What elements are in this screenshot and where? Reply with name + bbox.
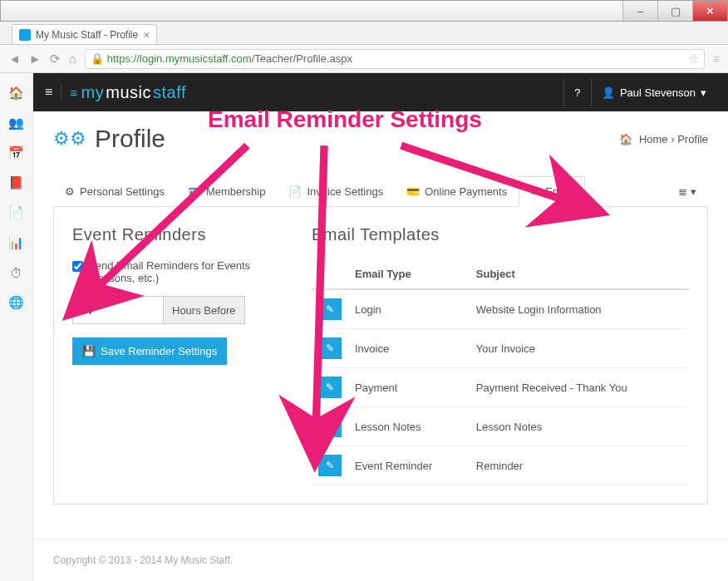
table-row: ✎ Login Website Login Information (312, 289, 689, 329)
footer-text: Copyright © 2013 - 2014 My Music Staff. (33, 539, 728, 581)
cell-subject: Website Login Information (470, 289, 689, 329)
tab-invoice-settings[interactable]: 📄 Invoice Settings (277, 177, 395, 206)
tab-email[interactable]: ✉ Email (519, 176, 585, 207)
pencil-icon: ✎ (326, 303, 334, 315)
brand-logo[interactable]: ≡ my music staff (70, 83, 186, 102)
favicon-icon (19, 29, 31, 41)
cell-subject: Reminder (470, 446, 689, 485)
sidebar: 🏠 👥 📅 📕 📄 📊 ⏱ 🌐 (0, 73, 33, 581)
save-icon: 💾 (82, 345, 96, 357)
cell-email-type: Payment (348, 368, 470, 407)
breadcrumb-current: Profile (677, 133, 708, 145)
breadcrumb: 🏠 Home › Profile (619, 133, 708, 145)
hours-before-addon: Hours Before (164, 296, 245, 324)
tab-personal-settings[interactable]: ⚙ Personal Settings (53, 177, 176, 206)
lock-icon: 🔒 (91, 52, 104, 65)
tab-membership[interactable]: 🪪 Membership (176, 177, 278, 206)
cell-email-type: Lesson Notes (348, 407, 470, 446)
chevron-down-icon: ▾ (701, 86, 706, 99)
nav-back-icon[interactable]: ◄ (8, 52, 21, 66)
tab-label: Membership (206, 185, 266, 198)
tab-label: Personal Settings (80, 185, 165, 198)
file-icon: 📄 (288, 185, 302, 198)
list-icon: ≣ (678, 185, 687, 198)
table-row: ✎ Invoice Your Invoice (312, 329, 689, 368)
pencil-icon: ✎ (326, 421, 334, 432)
help-icon: ? (574, 86, 580, 99)
chevron-down-icon: ▾ (691, 185, 696, 198)
browser-toolbar: ◄ ► ⟳ ⌂ 🔒 https://login.mymusicstaff.com… (0, 45, 728, 73)
cell-subject: Your Invoice (470, 329, 689, 368)
hours-before-input[interactable] (72, 296, 164, 324)
edit-template-button[interactable]: ✎ (318, 416, 342, 437)
sidebar-item-people[interactable]: 👥 (0, 108, 32, 138)
email-templates-table: Email Type Subject ✎ Login Website Login… (312, 259, 689, 485)
email-panel: Event Reminders Send Email Reminders for… (53, 207, 708, 505)
nav-forward-icon[interactable]: ► (29, 52, 42, 66)
edit-template-button[interactable]: ✎ (318, 337, 342, 359)
breadcrumb-home[interactable]: Home (639, 133, 668, 145)
save-button-label: Save Reminder Settings (101, 345, 217, 357)
send-reminders-row[interactable]: Send Email Reminders for Events (Lessons… (72, 259, 288, 284)
tab-close-icon[interactable]: × (143, 29, 150, 41)
brand-stripes-icon: ≡ (70, 86, 77, 100)
tab-online-payments[interactable]: 💳 Online Payments (395, 177, 519, 206)
user-name: Paul Stevenson (620, 86, 696, 99)
edit-template-button[interactable]: ✎ (318, 298, 342, 320)
save-reminder-settings-button[interactable]: 💾 Save Reminder Settings (72, 337, 227, 365)
sidebar-item-book[interactable]: 📕 (0, 168, 32, 198)
browser-tab-strip: My Music Staff - Profile × (0, 22, 728, 45)
view-options-button[interactable]: ≣ ▾ (667, 177, 708, 206)
tab-label: Email (545, 185, 573, 198)
user-icon: 👤 (602, 86, 615, 99)
window-maximize-button[interactable]: ▢ (657, 1, 692, 21)
sidebar-item-website[interactable]: 🌐 (0, 288, 32, 318)
col-email-type: Email Type (348, 259, 470, 289)
page-title-text: Profile (95, 125, 165, 153)
cell-email-type: Login (348, 289, 470, 329)
window-titlebar: – ▢ ✕ (0, 0, 728, 22)
annotation-label: Email Reminder Settings (208, 106, 482, 133)
help-button[interactable]: ? (563, 78, 592, 106)
send-reminders-label: Send Email Reminders for Events (Lessons… (88, 259, 288, 284)
cell-email-type: Invoice (348, 329, 470, 368)
window-close-button[interactable]: ✕ (692, 1, 727, 21)
edit-template-button[interactable]: ✎ (318, 455, 342, 476)
id-card-icon: 🪪 (188, 185, 201, 198)
browser-tab[interactable]: My Music Staff - Profile × (12, 24, 157, 44)
user-menu[interactable]: 👤 Paul Stevenson ▾ (592, 86, 716, 99)
brand-music: music (106, 83, 151, 102)
address-bar[interactable]: 🔒 https://login.mymusicstaff.com /Teache… (85, 49, 705, 69)
table-row: ✎ Payment Payment Received - Thank You (312, 368, 689, 407)
sidebar-item-files[interactable]: 📄 (0, 198, 32, 228)
gear-icon: ⚙ (65, 185, 75, 198)
window-minimize-button[interactable]: – (622, 1, 657, 21)
bookmark-star-icon[interactable]: ☆ (688, 52, 699, 66)
sidebar-item-reports[interactable]: 📊 (0, 228, 32, 258)
cell-subject: Payment Received - Thank You (470, 368, 689, 407)
tab-label: Online Payments (425, 185, 507, 198)
envelope-icon: ✉ (531, 185, 540, 198)
sidebar-item-calendar[interactable]: 📅 (0, 138, 32, 168)
brand-staff: staff (153, 83, 186, 102)
nav-reload-icon[interactable]: ⟳ (50, 52, 61, 66)
edit-template-button[interactable]: ✎ (318, 377, 342, 398)
home-icon: 🏠 (619, 133, 632, 145)
nav-home-icon[interactable]: ⌂ (69, 52, 76, 66)
credit-card-icon: 💳 (406, 185, 420, 198)
tab-label: Invoice Settings (307, 185, 383, 198)
sidebar-item-dashboard[interactable]: ⏱ (0, 258, 32, 288)
pencil-icon: ✎ (326, 382, 334, 393)
col-subject: Subject (470, 259, 689, 289)
hamburger-icon[interactable]: ≡ (45, 85, 61, 100)
page-title: ⚙⚙ Profile (53, 125, 165, 153)
profile-tabs: ⚙ Personal Settings 🪪 Membership 📄 Invoi… (53, 176, 708, 207)
browser-menu-icon[interactable]: ≡ (713, 52, 720, 66)
email-templates-heading: Email Templates (312, 225, 689, 244)
url-path: /Teacher/Profile.aspx (252, 52, 352, 65)
send-reminders-checkbox[interactable] (72, 261, 83, 272)
pencil-icon: ✎ (326, 342, 334, 354)
table-row: ✎ Lesson Notes Lesson Notes (312, 407, 689, 446)
event-reminders-heading: Event Reminders (72, 225, 288, 244)
sidebar-item-home[interactable]: 🏠 (0, 78, 32, 108)
